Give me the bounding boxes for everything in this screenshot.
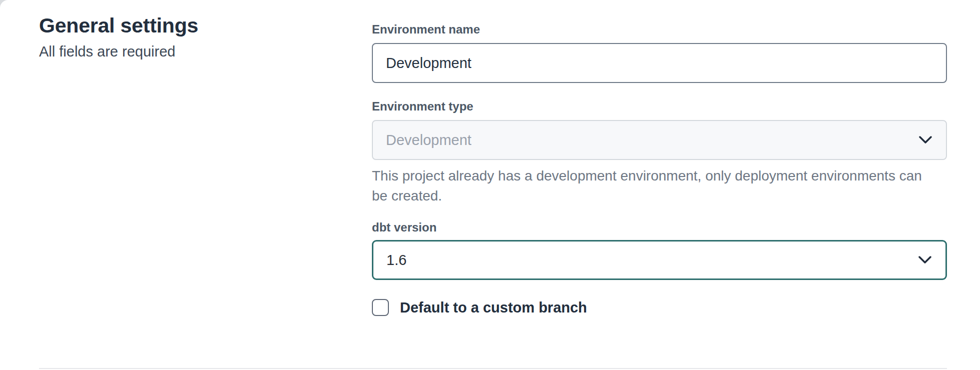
page-subtitle: All fields are required	[39, 44, 372, 60]
general-settings-section: General settings All fields are required…	[0, 0, 980, 370]
dbt-version-label: dbt version	[372, 220, 947, 235]
environment-name-label: Environment name	[372, 22, 947, 37]
chevron-down-icon	[919, 136, 932, 144]
environment-name-input[interactable]	[372, 43, 947, 83]
section-divider	[39, 368, 947, 369]
dbt-version-value: 1.6	[386, 252, 406, 268]
custom-branch-label[interactable]: Default to a custom branch	[400, 300, 587, 316]
settings-card: General settings All fields are required…	[0, 0, 980, 370]
environment-type-value: Development	[386, 132, 471, 148]
custom-branch-checkbox[interactable]	[372, 299, 389, 316]
environment-type-select: Development	[372, 120, 947, 160]
environment-type-helper-text: This project already has a development e…	[372, 166, 927, 206]
chevron-down-icon	[918, 256, 931, 264]
settings-form: Environment name Environment type Develo…	[372, 0, 947, 370]
dbt-version-select[interactable]: 1.6	[372, 240, 947, 280]
environment-type-label: Environment type	[372, 99, 947, 114]
page-title: General settings	[39, 14, 372, 38]
custom-branch-field: Default to a custom branch	[372, 299, 947, 316]
section-intro: General settings All fields are required	[39, 0, 372, 370]
